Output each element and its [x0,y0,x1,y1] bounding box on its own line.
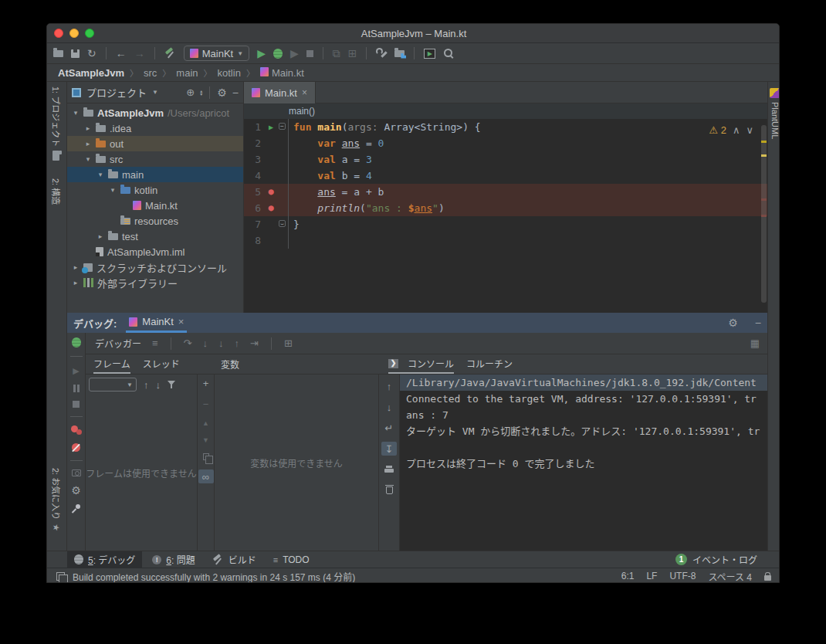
evaluate-expression-icon[interactable]: ⊞ [284,337,293,349]
tree-chevron-icon[interactable]: ▸ [72,279,80,286]
frame-down-icon[interactable]: ↓ [156,379,161,391]
stop-icon[interactable] [73,401,80,408]
pause-icon[interactable] [73,385,80,392]
coverage-run-icon[interactable]: ▶ [290,48,299,59]
terminal-icon[interactable]: ▶ [424,49,435,59]
toolwindow-tab-todo[interactable]: ≡TODO [266,551,317,568]
scroll-to-end-icon[interactable]: ↧ [381,442,397,456]
sidebar-item-plantuml[interactable]: PlantUML [770,88,780,139]
indent-setting[interactable]: スペース 4 [708,570,752,583]
file-encoding[interactable]: UTF-8 [669,571,696,581]
tree-row[interactable]: ▾AtSampleJvm /Users/apricot [67,105,243,120]
save-icon[interactable] [71,49,80,58]
settings-wrench-icon[interactable] [376,48,387,59]
show-watches-icon[interactable]: ∞ [198,469,214,483]
tree-row[interactable]: ▸.idea [67,120,243,136]
fold-end-icon[interactable]: ⌣ [279,220,286,227]
pin-tab-icon[interactable] [72,504,81,514]
tree-chevron-icon[interactable]: ▾ [109,186,117,194]
up-stack-icon[interactable]: ↑ [381,379,397,393]
sync-icon[interactable]: ↻ [87,48,96,59]
console-output[interactable]: /Library/Java/JavaVirtualMachines/jdk1.8… [400,375,767,551]
breadcrumb-item[interactable]: src [144,67,157,79]
soft-wrap-icon[interactable]: ↵ [381,421,397,435]
breakpoint-icon[interactable]: ● [264,200,278,216]
fold-start-icon[interactable]: − [279,123,286,130]
toolwindow-tab-hammer[interactable]: ビルド [205,551,263,568]
add-watch-icon[interactable]: + [203,378,209,389]
toolwindow-tab-bug[interactable]: 5: デバッグ [67,551,142,568]
editor-area[interactable]: Main.kt × main() 1▶−fun main(args: Array… [244,82,767,313]
debug-button[interactable] [273,49,283,59]
search-everywhere-icon[interactable] [443,48,454,59]
tree-row[interactable]: ▾src [67,151,243,167]
frame-up-icon[interactable]: ↑ [144,379,149,391]
breakpoint-icon[interactable]: ● [264,184,278,200]
breadcrumb-item[interactable]: kotlin [218,67,241,79]
next-warning-icon[interactable]: ∨ [746,124,753,136]
collapse-all-icon[interactable]: ▴▾ [200,90,202,96]
tree-row[interactable]: ▸スクラッチおよびコンソール [67,259,243,275]
filter-icon[interactable] [168,380,177,389]
event-log-button[interactable]: 1 イベント・ログ [675,553,757,566]
run-gutter-icon[interactable]: ▶ [264,119,278,135]
gear-icon[interactable]: ⚙ [728,317,738,328]
rerun-debug-icon[interactable] [72,337,81,347]
tree-chevron-icon[interactable]: ▸ [84,124,92,132]
toolwindow-toggle-icon[interactable] [56,572,65,581]
stop-button[interactable] [306,50,313,57]
remove-watch-icon[interactable]: − [203,398,209,410]
project-structure-icon[interactable] [394,50,405,57]
step-into-icon[interactable]: ↓ [203,337,208,349]
tree-chevron-icon[interactable]: ▾ [84,155,92,163]
tree-chevron-icon[interactable]: ▾ [72,109,80,117]
close-icon[interactable]: × [178,316,184,327]
tab-coroutines[interactable]: コルーチン [466,354,513,374]
lock-icon[interactable] [764,575,771,581]
tree-row[interactable]: AtSampleJvm.iml [67,244,243,259]
breakpoint-stripe[interactable] [761,215,767,217]
line-ending[interactable]: LF [646,571,657,581]
tree-row[interactable]: ▾main [67,167,243,182]
tree-row[interactable]: ▸out [67,136,243,151]
toolwindow-tab-error[interactable]: !6: 問題 [145,551,201,568]
attach-profiler-icon[interactable]: ⧉ [333,48,340,59]
inspection-widget[interactable]: ⚠ 2 ∧ ∨ [709,124,753,136]
close-icon[interactable]: × [302,87,307,98]
chevron-down-icon[interactable]: ▼ [152,89,158,96]
open-icon[interactable] [53,50,63,57]
tab-main-kt[interactable]: Main.kt × [244,82,316,103]
tree-chevron-icon[interactable]: ▸ [96,232,104,240]
warning-stripe[interactable] [761,154,767,157]
tree-row[interactable]: resources [67,213,243,229]
thread-dump-icon[interactable] [72,469,81,476]
run-configuration-selector[interactable]: MainKt ▼ [184,46,249,61]
view-breakpoints-icon[interactable] [71,425,82,435]
thread-selector[interactable]: ▼ [89,378,137,391]
tab-frames[interactable]: フレーム [93,354,130,374]
sidebar-item-favorites[interactable]: 2: お気に入り ★ [50,468,63,531]
tree-row[interactable]: ▸外部ライブラリー [67,275,243,290]
step-over-icon[interactable]: ↷ [184,337,192,349]
editor-breadcrumb[interactable]: main() [244,103,767,119]
hide-panel-icon[interactable]: − [755,317,761,328]
tree-chevron-icon[interactable]: ▸ [72,263,80,271]
gear-icon[interactable]: ⚙ [217,87,227,98]
clear-console-icon[interactable] [386,486,393,494]
menu-icon[interactable]: ≡ [152,337,158,349]
back-icon[interactable]: ← [116,48,127,59]
editor-scrollbar[interactable] [760,119,767,313]
duplicate-icon[interactable] [203,453,209,460]
locate-file-icon[interactable]: ⊕ [186,87,195,98]
code-editor[interactable]: 1▶−fun main(args: Array<String>) {2 var … [244,119,767,249]
hide-panel-icon[interactable]: − [232,87,239,98]
resume-icon[interactable]: ▶ [73,365,79,376]
breakpoint-stripe[interactable] [761,198,767,201]
run-to-cursor-icon[interactable]: ⇥ [250,337,259,349]
warning-stripe[interactable] [761,141,767,143]
tree-chevron-icon[interactable]: ▸ [84,140,92,147]
caret-position[interactable]: 6:1 [621,571,635,581]
tab-threads[interactable]: スレッド [143,354,180,374]
layout-settings-icon[interactable]: ▦ [750,337,760,349]
tree-row[interactable]: ▾kotlin [67,182,243,198]
